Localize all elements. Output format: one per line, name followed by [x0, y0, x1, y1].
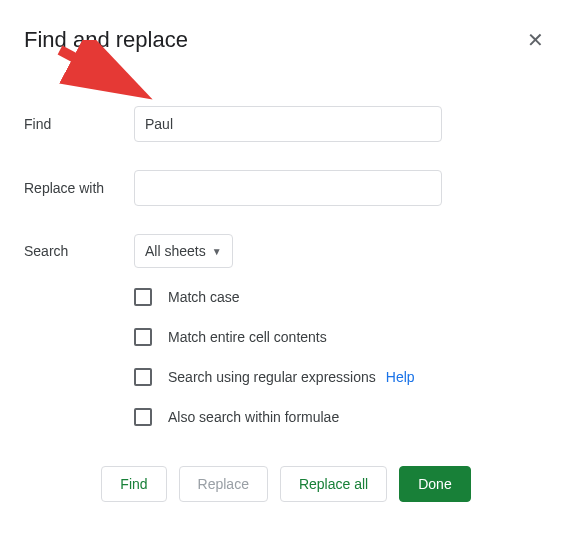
replace-button[interactable]: Replace: [179, 466, 268, 502]
match-entire-label: Match entire cell contents: [168, 329, 327, 345]
find-input[interactable]: [134, 106, 442, 142]
replace-label: Replace with: [24, 180, 134, 196]
match-case-label: Match case: [168, 289, 240, 305]
formulae-checkbox[interactable]: [134, 408, 152, 426]
caret-down-icon: ▼: [212, 246, 222, 257]
regex-label: Search using regular expressions: [168, 369, 376, 385]
regex-help-link[interactable]: Help: [386, 369, 415, 385]
close-icon[interactable]: ✕: [523, 24, 548, 56]
done-button[interactable]: Done: [399, 466, 470, 502]
find-label: Find: [24, 116, 134, 132]
svg-line-1: [60, 50, 135, 90]
match-entire-checkbox[interactable]: [134, 328, 152, 346]
regex-checkbox[interactable]: [134, 368, 152, 386]
find-button[interactable]: Find: [101, 466, 166, 502]
dialog-title: Find and replace: [24, 27, 188, 53]
replace-input[interactable]: [134, 170, 442, 206]
search-scope-value: All sheets: [145, 243, 206, 259]
search-scope-select[interactable]: All sheets ▼: [134, 234, 233, 268]
formulae-label: Also search within formulae: [168, 409, 339, 425]
search-label: Search: [24, 243, 134, 259]
match-case-checkbox[interactable]: [134, 288, 152, 306]
replace-all-button[interactable]: Replace all: [280, 466, 387, 502]
